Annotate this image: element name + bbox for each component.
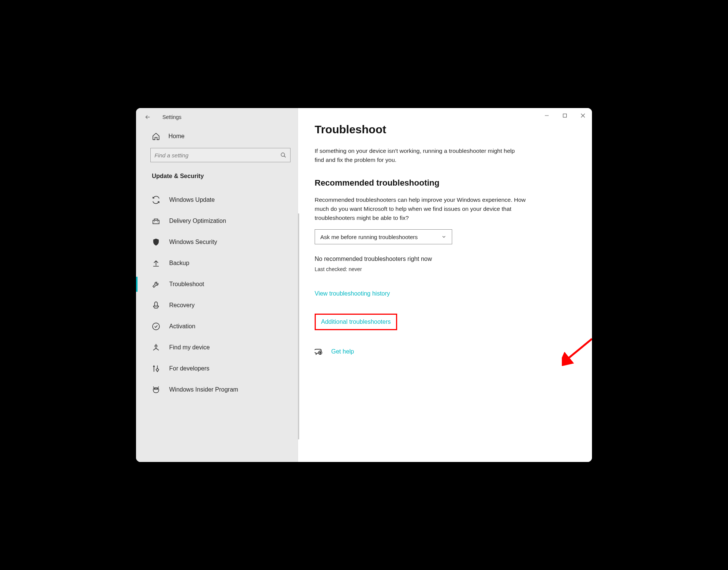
close-icon	[581, 113, 585, 118]
nav-label: For developers	[169, 365, 210, 372]
location-icon	[152, 343, 160, 352]
recovery-icon	[152, 301, 160, 309]
search-input[interactable]	[154, 152, 280, 159]
dropdown-value: Ask me before running troubleshooters	[320, 234, 418, 240]
wrench-icon	[152, 280, 160, 288]
sidebar-item-delivery-optimization[interactable]: Delivery Optimization	[136, 210, 298, 232]
sidebar-section-header: Update & Security	[136, 169, 298, 186]
sidebar: Settings Home Update & Security Windows …	[136, 108, 298, 462]
insider-icon	[152, 386, 160, 394]
intro-text: If something on your device isn't workin…	[315, 146, 526, 165]
main-content: Troubleshoot If something on your device…	[298, 108, 592, 462]
minimize-icon	[544, 113, 549, 118]
nav-list: Windows Update Delivery Optimization Win…	[136, 186, 298, 400]
backup-icon	[152, 259, 160, 267]
svg-point-0	[281, 153, 284, 156]
svg-point-3	[155, 345, 157, 347]
sidebar-item-recovery[interactable]: Recovery	[136, 295, 298, 316]
svg-point-4	[154, 389, 156, 390]
view-history-link[interactable]: View troubleshooting history	[315, 290, 577, 297]
annotation-highlight-box: Additional troubleshooters	[315, 314, 397, 330]
minimize-button[interactable]	[538, 108, 556, 123]
sidebar-item-activation[interactable]: Activation	[136, 316, 298, 337]
page-title: Troubleshoot	[315, 123, 577, 136]
nav-label: Activation	[169, 323, 195, 330]
back-button[interactable]	[142, 111, 153, 123]
nav-label: Troubleshoot	[169, 281, 204, 288]
tools-icon	[152, 364, 160, 373]
svg-point-2	[153, 323, 159, 330]
additional-troubleshooters-link[interactable]: Additional troubleshooters	[321, 319, 391, 325]
sidebar-item-find-my-device[interactable]: Find my device	[136, 337, 298, 358]
scrollbar[interactable]	[298, 213, 299, 439]
nav-label: Windows Update	[169, 197, 215, 203]
nav-label: Backup	[169, 260, 189, 267]
window-controls	[538, 108, 592, 123]
sidebar-item-windows-insider[interactable]: Windows Insider Program	[136, 379, 298, 400]
sidebar-home[interactable]: Home	[136, 126, 298, 146]
titlebar: Settings	[136, 108, 298, 126]
sidebar-item-backup[interactable]: Backup	[136, 253, 298, 274]
shield-icon	[152, 238, 160, 246]
svg-rect-1	[153, 220, 159, 224]
maximize-button[interactable]	[556, 108, 574, 123]
help-chat-icon: ?	[315, 347, 323, 356]
nav-label: Recovery	[169, 302, 195, 309]
recommended-body: Recommended troubleshooters can help imp…	[315, 195, 526, 223]
recommended-title: Recommended troubleshooting	[315, 178, 577, 188]
checkmark-circle-icon	[152, 322, 160, 331]
close-button[interactable]	[574, 108, 592, 123]
svg-rect-7	[563, 114, 567, 117]
sidebar-item-troubleshoot[interactable]: Troubleshoot	[136, 274, 298, 295]
get-help-link[interactable]: Get help	[331, 348, 354, 355]
troubleshooter-preference-dropdown[interactable]: Ask me before running troubleshooters	[315, 229, 452, 244]
maximize-icon	[563, 113, 567, 118]
settings-window: Settings Home Update & Security Windows …	[136, 108, 592, 462]
window-title: Settings	[162, 114, 182, 120]
delivery-icon	[152, 217, 160, 225]
nav-label: Windows Insider Program	[169, 386, 238, 393]
sidebar-item-windows-update[interactable]: Windows Update	[136, 189, 298, 210]
sidebar-item-for-developers[interactable]: For developers	[136, 358, 298, 379]
refresh-icon	[152, 196, 160, 204]
search-box[interactable]	[150, 148, 291, 162]
sidebar-item-windows-security[interactable]: Windows Security	[136, 232, 298, 253]
home-label: Home	[168, 133, 185, 140]
svg-text:?: ?	[320, 352, 321, 354]
get-help-row[interactable]: ? Get help	[315, 347, 577, 356]
home-icon	[152, 132, 160, 140]
nav-label: Find my device	[169, 344, 210, 351]
nav-label: Delivery Optimization	[169, 218, 226, 224]
last-checked-text: Last checked: never	[315, 266, 577, 272]
arrow-left-icon	[144, 114, 151, 120]
chevron-down-icon	[441, 234, 447, 239]
search-wrap	[136, 146, 298, 169]
search-icon	[280, 152, 286, 158]
status-text: No recommended troubleshooters right now	[315, 256, 577, 262]
svg-point-5	[156, 389, 158, 390]
nav-label: Windows Security	[169, 239, 217, 245]
